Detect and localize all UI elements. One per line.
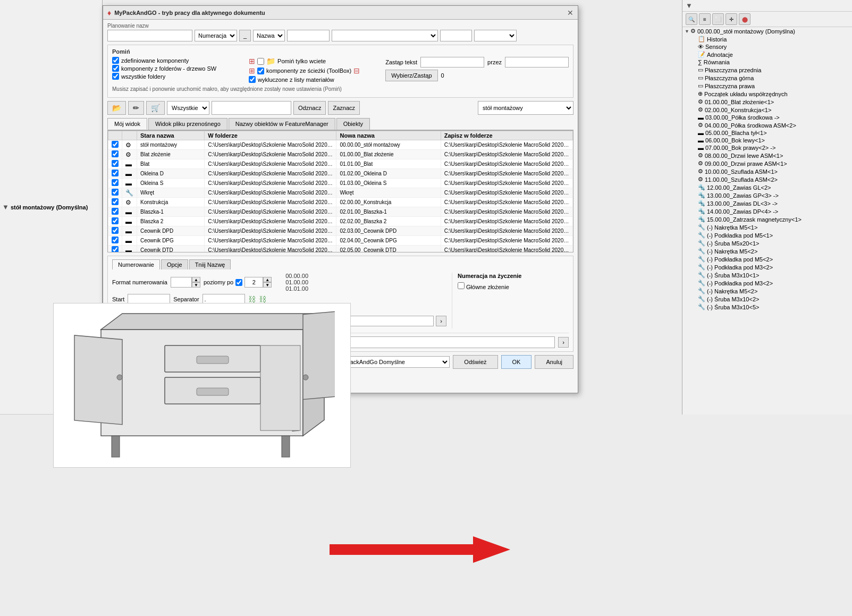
row-checkbox[interactable]: [112, 237, 119, 243]
tab-widok-pliku[interactable]: Widok pliku przenośnego: [148, 118, 227, 130]
check-toolbox-input[interactable]: [257, 67, 264, 74]
row-check-cell[interactable]: [108, 169, 122, 179]
edit-button[interactable]: ✏: [128, 101, 144, 115]
check-wszystkie-input[interactable]: [112, 73, 119, 80]
right-tree-item[interactable]: ▶⚙04.00.00_Półka środkowa ASM<2>: [682, 121, 852, 129]
check-zdef-input[interactable]: [112, 57, 119, 64]
stol-select[interactable]: stół montażowy: [478, 101, 573, 115]
right-filter-icon[interactable]: ▼: [686, 2, 693, 10]
right-tree-item[interactable]: ▶🔩13.00.00_Zawias GP<3> ->: [682, 191, 852, 199]
row-checkbox[interactable]: [112, 198, 119, 205]
planowanie-minus-btn[interactable]: _: [239, 30, 251, 41]
format-spin-up[interactable]: ▲: [192, 277, 200, 282]
right-tree-item[interactable]: ▶⊕Początek układu współrzędnych: [682, 90, 852, 98]
right-tree-item[interactable]: ▶🔧(-) Podkładka pod M5<2>: [682, 255, 852, 263]
right-tree-item[interactable]: ▶▬07.00.00_Bok prawy<2> ->: [682, 144, 852, 151]
right-tree-item[interactable]: ▶▭Płaszczyzna górna: [682, 74, 852, 82]
row-check-cell[interactable]: [108, 246, 122, 253]
format-spin-down[interactable]: ▼: [192, 282, 200, 288]
row-checkbox[interactable]: [112, 208, 119, 215]
row-checkbox[interactable]: [112, 217, 119, 224]
row-check-cell[interactable]: [108, 226, 122, 236]
row-check-cell[interactable]: [108, 188, 122, 198]
poziomy-spin-up[interactable]: ▲: [263, 277, 272, 282]
bottom-tab-tnij[interactable]: Tniij Nazwę: [189, 259, 231, 269]
right-tree-item[interactable]: ▶👁Sensory: [682, 43, 852, 50]
right-tree-item[interactable]: ▶⚙01.00.00_Blat złożenie<1>: [682, 98, 852, 106]
right-toolbar-btn-2[interactable]: ≡: [699, 13, 711, 25]
row-checkbox[interactable]: [112, 141, 119, 148]
row-check-cell[interactable]: [108, 179, 122, 188]
row-check-cell[interactable]: [108, 236, 122, 246]
planowanie-select-4[interactable]: [474, 30, 517, 41]
right-tree-item[interactable]: ▶⚙09.00.00_Drzwi prawe ASM<1>: [682, 159, 852, 167]
right-tree-item[interactable]: ▶🔩12.00.00_Zawias GL<2>: [682, 183, 852, 191]
zaznacz-button[interactable]: Zaznacz: [328, 101, 360, 115]
right-tree-item[interactable]: ▶▭Płaszczyzna prawa: [682, 82, 852, 90]
row-check-cell[interactable]: [108, 159, 122, 169]
bottom-tab-numerowanie[interactable]: Numerowanie: [112, 259, 160, 269]
folder-open-button[interactable]: 📂: [107, 101, 126, 115]
table-row[interactable]: ⚙ Blat złożenie C:\Users\karp\Desktop\Sz…: [108, 150, 573, 159]
zapisz-select[interactable]: PackAndGo Domyślne: [343, 356, 450, 368]
zapisz-folder-expand[interactable]: ›: [436, 316, 446, 326]
odznacz-button[interactable]: Odznacz: [293, 101, 326, 115]
planowanie-select-3[interactable]: [332, 30, 438, 41]
tab-obiekty[interactable]: Obiekty: [336, 118, 370, 130]
table-row[interactable]: ▬ Ceownik DTD C:\Users\karp\Desktop\Szko…: [108, 246, 573, 253]
glowne-zlozenie-check[interactable]: [458, 282, 465, 289]
right-tree-item[interactable]: ▶⚙08.00.00_Drzwi lewe ASM<1>: [682, 151, 852, 159]
right-tree-item[interactable]: ▶🔧(-) Podkładka pod M5<1>: [682, 231, 852, 239]
row-checkbox[interactable]: [112, 179, 119, 186]
table-row[interactable]: 🔧 Wkręt C:\Users\karp\Desktop\Szkolenie …: [108, 188, 573, 198]
planowanie-select-numeracja[interactable]: Numeracja: [195, 30, 237, 41]
zastap-from-input[interactable]: [420, 57, 484, 67]
right-tree-item[interactable]: ▶🔧(-) Nakrętka M5<2>: [682, 247, 852, 255]
filter-select[interactable]: Wszystkie: [167, 101, 209, 115]
row-check-cell[interactable]: [108, 207, 122, 217]
check-komp-fold-input[interactable]: [112, 65, 119, 72]
cart-button[interactable]: 🛒: [146, 101, 165, 115]
table-row[interactable]: ▬ Blat C:\Users\karp\Desktop\Szkolenie M…: [108, 159, 573, 169]
right-tree-item[interactable]: ▶📋Historia: [682, 35, 852, 43]
right-tree-item[interactable]: ▶🔧(-) Podkładka pod M3<2>: [682, 263, 852, 271]
poziomy-spin-down[interactable]: ▼: [263, 282, 272, 288]
tab-nazwy-obiektow[interactable]: Nazwy obiektów w FeatureManager: [229, 118, 335, 130]
row-checkbox[interactable]: [112, 189, 119, 196]
planowanie-input-1[interactable]: [107, 30, 192, 41]
row-check-cell[interactable]: [108, 150, 122, 159]
planowanie-select-nazwa[interactable]: Nazwa: [253, 30, 285, 41]
right-tree-item[interactable]: ▶🔧(-) Nakrętka M5<2>: [682, 287, 852, 295]
right-tree-root[interactable]: ▼ ⚙ 00.00.00_stół montażowy (Domyślna): [682, 27, 852, 35]
ok-button[interactable]: OK: [501, 355, 532, 369]
tab-moj-widok[interactable]: Mój widok: [107, 118, 147, 130]
table-row[interactable]: ⚙ stół montażowy C:\Users\karp\Desktop\S…: [108, 140, 573, 150]
right-tree-item[interactable]: ▶🔧(-) Nakrętka M5<1>: [682, 223, 852, 231]
row-checkbox[interactable]: [112, 150, 119, 157]
check-pomij-input[interactable]: [257, 58, 264, 65]
bottom-tab-opcje[interactable]: Opcje: [161, 259, 188, 269]
zapisz-expand-btn[interactable]: ›: [558, 337, 569, 348]
table-row[interactable]: ▬ Okleina S C:\Users\karp\Desktop\Szkole…: [108, 179, 573, 188]
poziomy-input[interactable]: [244, 277, 263, 288]
zastap-to-input[interactable]: [505, 57, 569, 67]
right-tree-item[interactable]: ▶🔧(-) Śruba M5x20<1>: [682, 239, 852, 247]
planowanie-input-3[interactable]: [440, 30, 472, 41]
right-tree-item[interactable]: ▶🔧(-) Podkładka pod M3<2>: [682, 279, 852, 287]
row-check-cell[interactable]: [108, 217, 122, 226]
row-checkbox[interactable]: [112, 170, 119, 176]
right-tree-item[interactable]: ▶🔧(-) Śruba M3x10<5>: [682, 303, 852, 311]
table-row[interactable]: ⚙ Konstrukcja C:\Users\karp\Desktop\Szko…: [108, 198, 573, 207]
right-toolbar-btn-4[interactable]: ✛: [726, 13, 737, 25]
table-row[interactable]: ▬ Okleina D C:\Users\karp\Desktop\Szkole…: [108, 169, 573, 179]
row-checkbox[interactable]: [112, 160, 119, 167]
right-tree-item[interactable]: ▶🔧(-) Śruba M3x10<1>: [682, 271, 852, 279]
format-input[interactable]: [171, 277, 192, 288]
table-row[interactable]: ▬ Blaszka 2 C:\Users\karp\Desktop\Szkole…: [108, 217, 573, 226]
odswiez-button[interactable]: Odśwież: [453, 355, 497, 369]
right-tree-item[interactable]: ▶🔩13.00.00_Zawias DL<3> ->: [682, 199, 852, 207]
check-wykluczone-input[interactable]: [249, 76, 256, 83]
right-tree-item[interactable]: ▶🔩14.00.00_Zawias DP<4> ->: [682, 207, 852, 215]
search-input[interactable]: [212, 101, 291, 115]
right-tree-item[interactable]: ▶▬06.00.00_Bok lewy<1>: [682, 137, 852, 144]
